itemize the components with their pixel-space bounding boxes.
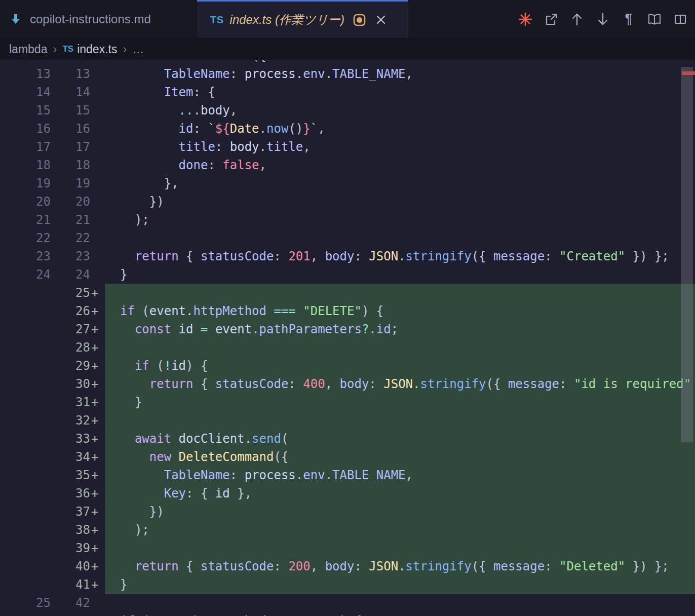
diff-added-marker: + xyxy=(90,430,105,448)
code-line[interactable]: 35+ TableName: process.env.TABLE_NAME, xyxy=(0,466,695,484)
old-line-number xyxy=(0,375,51,393)
code-line[interactable]: 1616 id: `${Date.now()}`, xyxy=(0,120,695,138)
code-line[interactable]: 31+ } xyxy=(0,393,695,411)
old-line-number xyxy=(0,612,51,616)
diff-added-marker xyxy=(90,211,105,229)
modified-indicator-icon[interactable] xyxy=(353,13,366,27)
open-preview-icon[interactable] xyxy=(647,12,662,27)
code-text xyxy=(105,539,695,557)
code-line[interactable]: 25+ xyxy=(0,284,695,302)
code-line[interactable]: 26+if (event.httpMethod === "DELETE") { xyxy=(0,302,695,320)
code-line[interactable]: 28+ xyxy=(0,338,695,357)
new-line-number: 26 xyxy=(51,302,90,320)
code-text: TableName: process.env.TABLE_NAME, xyxy=(105,65,695,83)
new-line-number: 22 xyxy=(51,229,90,247)
diff-added-marker: + xyxy=(90,302,105,320)
new-line-number: 29 xyxy=(51,357,90,375)
code-line[interactable]: 34+ new DeleteCommand({ xyxy=(0,448,695,466)
previous-change-icon[interactable] xyxy=(569,12,585,27)
old-line-number: 22 xyxy=(0,229,51,247)
new-line-number: 35 xyxy=(51,466,90,484)
code-line[interactable]: 40+ return { statusCode: 200, body: JSON… xyxy=(0,557,695,575)
code-line[interactable]: 2323 return { statusCode: 201, body: JSO… xyxy=(0,247,695,265)
new-line-number: 21 xyxy=(51,211,90,229)
new-line-number: 23 xyxy=(51,247,90,265)
new-line-number: 32 xyxy=(51,411,90,430)
next-change-icon[interactable] xyxy=(595,12,610,27)
code-text: title: body.title, xyxy=(105,138,695,156)
code-line[interactable]: 1313 TableName: process.env.TABLE_NAME, xyxy=(0,65,695,83)
code-line[interactable]: 38+ ); xyxy=(0,521,695,539)
code-line[interactable]: 2121 ); xyxy=(0,211,695,229)
code-line[interactable]: 37+ }) xyxy=(0,503,695,521)
code-line[interactable]: 2542 xyxy=(0,594,695,612)
new-line-number: 38 xyxy=(51,521,90,539)
old-line-number: 20 xyxy=(0,192,51,211)
new-line-number: 13 xyxy=(51,65,90,83)
scrollbar-thumb[interactable] xyxy=(681,67,693,442)
typescript-icon: TS xyxy=(62,44,73,54)
old-line-number xyxy=(0,521,51,539)
copilot-sparkle-icon[interactable] xyxy=(518,12,533,27)
code-text xyxy=(105,338,695,357)
code-line[interactable]: 36+ Key: { id }, xyxy=(0,484,695,503)
code-line[interactable]: 30+ return { statusCode: 400, body: JSON… xyxy=(0,375,695,393)
code-line[interactable]: 2424} xyxy=(0,265,695,284)
new-line-number: 14 xyxy=(51,83,90,101)
new-line-number: 15 xyxy=(51,101,90,120)
diff-added-marker: + xyxy=(90,575,105,594)
diff-added-marker: + xyxy=(90,521,105,539)
code-text xyxy=(105,411,695,430)
code-line[interactable]: 1818 done: false, xyxy=(0,156,695,174)
code-line[interactable]: 29+ if (!id) { xyxy=(0,357,695,375)
new-line-number: 31 xyxy=(51,393,90,411)
code-text: if (!id) { xyxy=(105,357,695,375)
breadcrumb: lambda › TS index.ts › … xyxy=(0,38,695,60)
code-line[interactable]: if (event.httpMethod === "GET") { xyxy=(0,612,695,616)
code-line[interactable]: 1717 title: body.title, xyxy=(0,138,695,156)
breadcrumb-item-folder[interactable]: lambda xyxy=(9,43,47,56)
code-text: ); xyxy=(105,521,695,539)
code-line[interactable]: 32+ xyxy=(0,411,695,430)
tab-copilot-instructions[interactable]: copilot-instructions.md xyxy=(0,0,197,38)
diff-added-marker xyxy=(90,156,105,174)
code-text: TableName: process.env.TABLE_NAME, xyxy=(105,466,695,484)
old-line-number xyxy=(0,284,51,302)
diff-editor[interactable]: new PutCommand({1313 TableName: process.… xyxy=(0,60,695,616)
new-line-number: 37 xyxy=(51,503,90,521)
new-line-number: 28 xyxy=(51,338,90,357)
close-tab-icon[interactable] xyxy=(375,14,387,25)
code-line[interactable]: 41+} xyxy=(0,575,695,594)
new-line-number: 41 xyxy=(51,575,90,594)
code-text: Key: { id }, xyxy=(105,484,695,503)
code-line[interactable]: 39+ xyxy=(0,539,695,557)
old-line-number xyxy=(0,302,51,320)
new-line-number: 20 xyxy=(51,192,90,211)
code-line[interactable]: new PutCommand({ xyxy=(0,60,695,65)
diff-added-marker: + xyxy=(90,539,105,557)
breadcrumb-item-symbol[interactable]: … xyxy=(132,43,144,56)
code-line[interactable]: 2020 }) xyxy=(0,192,695,211)
code-line[interactable]: 33+ await docClient.send( xyxy=(0,430,695,448)
code-lines: new PutCommand({1313 TableName: process.… xyxy=(0,60,695,616)
new-line-number: 30 xyxy=(51,375,90,393)
tab-index-ts[interactable]: TS index.ts (作業ツリー) xyxy=(197,0,408,38)
code-line[interactable]: 27+ const id = event.pathParameters?.id; xyxy=(0,320,695,338)
diff-added-marker: + xyxy=(90,338,105,357)
old-line-number xyxy=(0,539,51,557)
code-text xyxy=(105,229,695,247)
old-line-number xyxy=(0,357,51,375)
old-line-number xyxy=(0,484,51,503)
split-editor-icon[interactable] xyxy=(673,12,688,27)
code-line[interactable]: 1414 Item: { xyxy=(0,83,695,101)
markdown-file-icon xyxy=(9,13,22,26)
code-line[interactable]: 1515 ...body, xyxy=(0,101,695,120)
code-line[interactable]: 2222 xyxy=(0,229,695,247)
open-changes-icon[interactable] xyxy=(544,12,559,27)
breadcrumb-item-file[interactable]: index.ts xyxy=(77,43,117,56)
toggle-whitespace-icon[interactable]: ¶ xyxy=(621,12,636,27)
tab-label: index.ts (作業ツリー) xyxy=(230,12,345,28)
code-line[interactable]: 1919 }, xyxy=(0,174,695,192)
code-text: return { statusCode: 201, body: JSON.str… xyxy=(105,247,695,265)
new-line-number xyxy=(51,612,90,616)
